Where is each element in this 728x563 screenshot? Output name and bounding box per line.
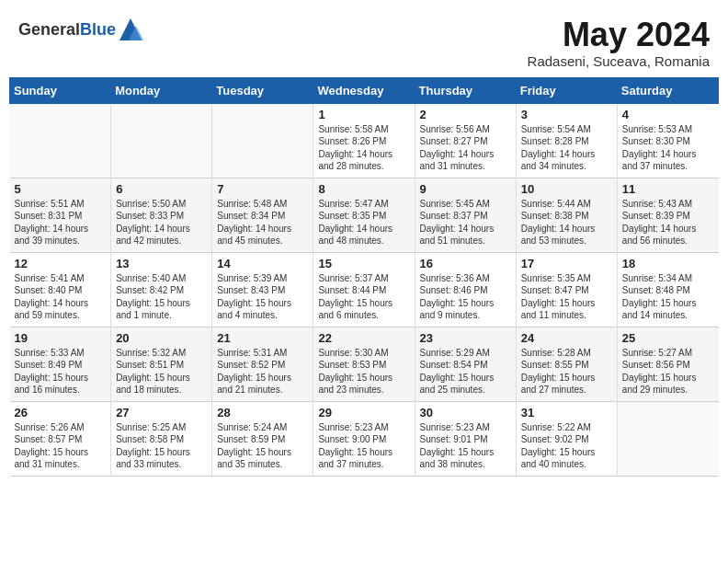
calendar-cell: 19Sunrise: 5:33 AM Sunset: 8:49 PM Dayli…	[10, 327, 111, 401]
calendar-cell: 29Sunrise: 5:23 AM Sunset: 9:00 PM Dayli…	[313, 401, 415, 476]
calendar-cell: 5Sunrise: 5:51 AM Sunset: 8:31 PM Daylig…	[10, 178, 111, 252]
calendar-cell: 31Sunrise: 5:22 AM Sunset: 9:02 PM Dayli…	[516, 401, 617, 476]
calendar-cell: 18Sunrise: 5:34 AM Sunset: 8:48 PM Dayli…	[617, 252, 718, 327]
month-title: May 2024	[528, 17, 710, 53]
logo-general: General	[18, 20, 80, 39]
calendar-cell: 30Sunrise: 5:23 AM Sunset: 9:01 PM Dayli…	[415, 401, 516, 476]
cell-info: Sunrise: 5:37 AM Sunset: 8:44 PM Dayligh…	[318, 272, 409, 322]
day-number: 6	[116, 182, 207, 196]
calendar-cell: 11Sunrise: 5:43 AM Sunset: 8:39 PM Dayli…	[617, 178, 718, 252]
col-header-friday: Friday	[516, 77, 617, 103]
day-number: 14	[217, 257, 308, 270]
cell-info: Sunrise: 5:26 AM Sunset: 8:57 PM Dayligh…	[15, 421, 107, 471]
day-number: 5	[15, 182, 107, 196]
calendar-cell: 15Sunrise: 5:37 AM Sunset: 8:44 PM Dayli…	[313, 252, 415, 327]
day-number: 11	[622, 182, 714, 196]
day-number: 31	[521, 406, 612, 419]
calendar-cell: 16Sunrise: 5:36 AM Sunset: 8:46 PM Dayli…	[415, 252, 516, 327]
day-number: 12	[15, 257, 107, 270]
cell-info: Sunrise: 5:35 AM Sunset: 8:47 PM Dayligh…	[521, 272, 612, 322]
logo-blue: Blue	[80, 20, 116, 39]
cell-info: Sunrise: 5:31 AM Sunset: 8:52 PM Dayligh…	[217, 347, 308, 396]
calendar-cell	[111, 103, 212, 178]
cell-info: Sunrise: 5:27 AM Sunset: 8:56 PM Dayligh…	[622, 347, 714, 396]
day-number: 30	[420, 406, 511, 419]
cell-info: Sunrise: 5:29 AM Sunset: 8:54 PM Dayligh…	[420, 347, 511, 396]
calendar-cell: 27Sunrise: 5:25 AM Sunset: 8:58 PM Dayli…	[111, 401, 212, 476]
day-number: 1	[318, 108, 409, 121]
calendar-cell: 1Sunrise: 5:58 AM Sunset: 8:26 PM Daylig…	[313, 103, 415, 178]
calendar-cell: 25Sunrise: 5:27 AM Sunset: 8:56 PM Dayli…	[617, 327, 718, 401]
col-header-sunday: Sunday	[10, 77, 111, 103]
col-header-thursday: Thursday	[415, 77, 516, 103]
cell-info: Sunrise: 5:39 AM Sunset: 8:43 PM Dayligh…	[217, 272, 308, 322]
calendar-cell	[10, 103, 111, 178]
day-number: 18	[622, 257, 714, 270]
cell-info: Sunrise: 5:44 AM Sunset: 8:38 PM Dayligh…	[521, 198, 612, 247]
cell-info: Sunrise: 5:32 AM Sunset: 8:51 PM Dayligh…	[116, 347, 207, 396]
day-number: 9	[420, 182, 511, 196]
calendar-cell: 26Sunrise: 5:26 AM Sunset: 8:57 PM Dayli…	[10, 401, 111, 476]
cell-info: Sunrise: 5:43 AM Sunset: 8:39 PM Dayligh…	[622, 198, 714, 247]
day-number: 21	[217, 331, 308, 345]
calendar-header: SundayMondayTuesdayWednesdayThursdayFrid…	[10, 77, 719, 103]
calendar-cell: 7Sunrise: 5:48 AM Sunset: 8:34 PM Daylig…	[212, 178, 313, 252]
day-number: 13	[116, 257, 207, 270]
cell-info: Sunrise: 5:23 AM Sunset: 9:00 PM Dayligh…	[318, 421, 409, 471]
calendar-week-4: 19Sunrise: 5:33 AM Sunset: 8:49 PM Dayli…	[10, 327, 719, 401]
calendar-cell: 21Sunrise: 5:31 AM Sunset: 8:52 PM Dayli…	[212, 327, 313, 401]
day-number: 4	[622, 108, 714, 121]
calendar-cell: 13Sunrise: 5:40 AM Sunset: 8:42 PM Dayli…	[111, 252, 212, 327]
calendar-cell: 12Sunrise: 5:41 AM Sunset: 8:40 PM Dayli…	[10, 252, 111, 327]
page-header: GeneralBlue May 2024 Radaseni, Suceava, …	[9, 9, 719, 74]
cell-info: Sunrise: 5:25 AM Sunset: 8:58 PM Dayligh…	[116, 421, 207, 471]
calendar-cell: 9Sunrise: 5:45 AM Sunset: 8:37 PM Daylig…	[415, 178, 516, 252]
calendar-cell: 23Sunrise: 5:29 AM Sunset: 8:54 PM Dayli…	[415, 327, 516, 401]
calendar-week-3: 12Sunrise: 5:41 AM Sunset: 8:40 PM Dayli…	[10, 252, 719, 327]
calendar-cell: 28Sunrise: 5:24 AM Sunset: 8:59 PM Dayli…	[212, 401, 313, 476]
day-number: 23	[420, 331, 511, 345]
calendar-cell	[212, 103, 313, 178]
col-header-monday: Monday	[111, 77, 212, 103]
cell-info: Sunrise: 5:48 AM Sunset: 8:34 PM Dayligh…	[217, 198, 308, 247]
calendar-cell: 3Sunrise: 5:54 AM Sunset: 8:28 PM Daylig…	[516, 103, 617, 178]
cell-info: Sunrise: 5:56 AM Sunset: 8:27 PM Dayligh…	[420, 123, 511, 173]
cell-info: Sunrise: 5:40 AM Sunset: 8:42 PM Dayligh…	[116, 272, 207, 322]
day-number: 27	[116, 406, 207, 419]
cell-info: Sunrise: 5:47 AM Sunset: 8:35 PM Dayligh…	[318, 198, 409, 247]
cell-info: Sunrise: 5:23 AM Sunset: 9:01 PM Dayligh…	[420, 421, 511, 471]
calendar-week-1: 1Sunrise: 5:58 AM Sunset: 8:26 PM Daylig…	[10, 103, 719, 178]
day-number: 7	[217, 182, 308, 196]
day-number: 2	[420, 108, 511, 121]
day-number: 26	[15, 406, 107, 419]
day-number: 3	[521, 108, 612, 121]
day-number: 22	[318, 331, 409, 345]
day-number: 15	[318, 257, 409, 270]
calendar-cell: 8Sunrise: 5:47 AM Sunset: 8:35 PM Daylig…	[313, 178, 415, 252]
cell-info: Sunrise: 5:45 AM Sunset: 8:37 PM Dayligh…	[420, 198, 511, 247]
calendar-week-5: 26Sunrise: 5:26 AM Sunset: 8:57 PM Dayli…	[10, 401, 719, 476]
logo: GeneralBlue	[18, 17, 143, 42]
day-number: 28	[217, 406, 308, 419]
cell-info: Sunrise: 5:53 AM Sunset: 8:30 PM Dayligh…	[622, 123, 714, 173]
col-header-tuesday: Tuesday	[212, 77, 313, 103]
day-number: 16	[420, 257, 511, 270]
calendar-cell: 4Sunrise: 5:53 AM Sunset: 8:30 PM Daylig…	[617, 103, 718, 178]
calendar-cell: 24Sunrise: 5:28 AM Sunset: 8:55 PM Dayli…	[516, 327, 617, 401]
day-number: 17	[521, 257, 612, 270]
cell-info: Sunrise: 5:54 AM Sunset: 8:28 PM Dayligh…	[521, 123, 612, 173]
title-block: May 2024 Radaseni, Suceava, Romania	[528, 17, 710, 69]
calendar-table: SundayMondayTuesdayWednesdayThursdayFrid…	[9, 77, 719, 477]
cell-info: Sunrise: 5:22 AM Sunset: 9:02 PM Dayligh…	[521, 421, 612, 471]
day-number: 19	[15, 331, 107, 345]
cell-info: Sunrise: 5:58 AM Sunset: 8:26 PM Dayligh…	[318, 123, 409, 173]
calendar-cell: 14Sunrise: 5:39 AM Sunset: 8:43 PM Dayli…	[212, 252, 313, 327]
calendar-cell: 20Sunrise: 5:32 AM Sunset: 8:51 PM Dayli…	[111, 327, 212, 401]
calendar-cell: 10Sunrise: 5:44 AM Sunset: 8:38 PM Dayli…	[516, 178, 617, 252]
cell-info: Sunrise: 5:33 AM Sunset: 8:49 PM Dayligh…	[15, 347, 107, 396]
logo-icon	[118, 17, 143, 42]
calendar-cell: 2Sunrise: 5:56 AM Sunset: 8:27 PM Daylig…	[415, 103, 516, 178]
cell-info: Sunrise: 5:30 AM Sunset: 8:53 PM Dayligh…	[318, 347, 409, 396]
cell-info: Sunrise: 5:51 AM Sunset: 8:31 PM Dayligh…	[15, 198, 107, 247]
calendar-cell: 22Sunrise: 5:30 AM Sunset: 8:53 PM Dayli…	[313, 327, 415, 401]
